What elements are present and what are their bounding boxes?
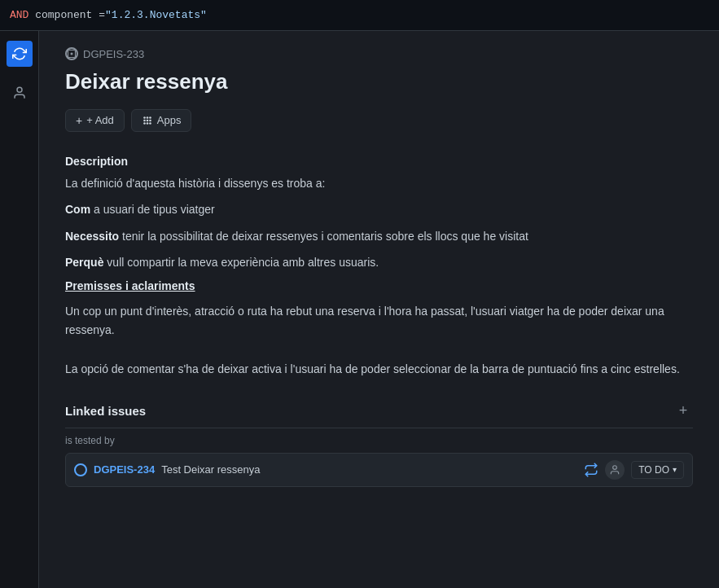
svg-point-10: [147, 122, 149, 125]
svg-point-9: [143, 122, 146, 125]
linked-issues-title: Linked issues: [65, 404, 146, 418]
linked-issue-row: DGPEIS-234 Test Deixar ressenya: [65, 453, 693, 487]
issue-type-icon: [65, 47, 78, 60]
linked-issues-section: Linked issues + is tested by DGPEIS-234 …: [65, 402, 693, 487]
status-badge[interactable]: TO DO ▾: [631, 461, 684, 479]
issue-title: Deixar ressenya: [65, 68, 693, 96]
line1-bold: Com: [65, 203, 90, 216]
linked-issue-id[interactable]: DGPEIS-234: [94, 463, 155, 476]
description-line2: Necessito tenir la possibilitat de deixa…: [65, 227, 693, 245]
apps-icon: [142, 115, 153, 126]
main-content: DGPEIS-233 Deixar ressenya + + Add: [39, 31, 719, 588]
linked-sub-label: is tested by: [65, 435, 693, 446]
svg-point-3: [143, 116, 146, 119]
line3-rest: vull compartir la meva experiència amb a…: [103, 256, 379, 269]
description-para1: Un cop un punt d'interès, atracció o rut…: [65, 302, 693, 339]
apps-button[interactable]: Apps: [131, 109, 192, 132]
query-operator: component =: [28, 9, 105, 21]
description-line3: Perquè vull compartir la meva experiènci…: [65, 253, 693, 271]
apps-button-label: Apps: [157, 114, 182, 126]
svg-point-8: [149, 119, 151, 121]
assignee-avatar: [605, 460, 625, 480]
linked-issues-header: Linked issues +: [65, 402, 693, 428]
main-layout: DGPEIS-233 Deixar ressenya + + Add: [0, 31, 719, 588]
description-line1: Com a usuari de tipus viatger: [65, 200, 693, 218]
svg-point-11: [149, 122, 151, 125]
sidebar: [0, 31, 39, 588]
plus-icon: +: [76, 114, 82, 127]
linked-issue-name: Test Deixar ressenya: [161, 463, 577, 476]
line3-bold: Perquè: [65, 256, 103, 269]
svg-point-0: [17, 87, 22, 92]
description-section: Description La definició d'aquesta histò…: [65, 155, 693, 379]
line2-rest: tenir la possibilitat de deixar ressenye…: [119, 230, 528, 243]
add-linked-button[interactable]: +: [673, 402, 693, 421]
refresh-icon[interactable]: [7, 41, 33, 67]
line1-rest: a usuari de tipus viatger: [90, 203, 215, 216]
linked-issue-type-icon: [74, 463, 87, 476]
description-title: Description: [65, 155, 693, 168]
svg-point-7: [147, 119, 149, 121]
status-text: TO DO: [638, 464, 669, 476]
premises-link[interactable]: Premisses i aclariments: [65, 279, 195, 292]
add-button-label: + Add: [86, 114, 114, 126]
description-intro: La definició d'aquesta història i dissen…: [65, 174, 693, 192]
user-icon[interactable]: [7, 80, 33, 106]
svg-point-5: [149, 116, 151, 119]
priority-icon: [584, 463, 598, 477]
query-bar: AND component = "1.2.3.Novetats": [0, 0, 719, 31]
add-button[interactable]: + + Add: [65, 109, 125, 132]
linked-issue-actions: TO DO ▾: [584, 460, 684, 480]
svg-point-4: [147, 116, 149, 119]
issue-id-row: DGPEIS-233: [65, 47, 693, 60]
svg-point-6: [143, 119, 146, 121]
action-buttons: + + Add Apps: [65, 109, 693, 132]
svg-point-12: [613, 465, 617, 469]
svg-point-2: [71, 53, 73, 55]
query-keyword: AND: [10, 9, 28, 21]
chevron-down-icon: ▾: [673, 465, 677, 474]
query-value: "1.2.3.Novetats": [105, 9, 207, 21]
description-para2: La opció de comentar s'ha de deixar acti…: [65, 360, 693, 378]
line2-bold: Necessito: [65, 230, 119, 243]
issue-id: DGPEIS-233: [83, 48, 144, 60]
